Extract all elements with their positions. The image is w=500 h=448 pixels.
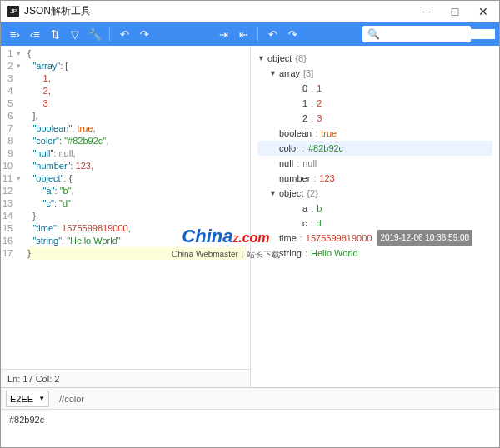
gutter-line: 14 [2,210,21,222]
gutter-line: 10 [2,160,21,172]
gutter-line: 13 [2,197,21,210]
maximize-button[interactable]: □ [441,1,469,22]
gutter-line: 3 [2,72,21,85]
code-editor[interactable]: 1▾2▾34567891011▾121314151617 { "array": … [1,46,250,369]
gutter-line: 7 [2,122,21,135]
tree-row[interactable]: number:123 [258,171,492,186]
indent-right-icon[interactable]: ≡› [6,25,24,43]
gutter-line: 8 [2,135,21,147]
settings-icon[interactable]: 🔧 [86,25,104,43]
code-line[interactable]: ], [28,110,247,122]
tree-row[interactable]: color:#82b92c [258,141,492,156]
gutter-line: 17 [2,247,21,260]
tree-row[interactable]: 2:3 [258,111,492,126]
undo-icon[interactable]: ↶ [115,25,133,43]
tree-row[interactable]: 0:1 [258,81,492,96]
line-gutter: 1▾2▾34567891011▾121314151617 [1,46,24,369]
tree-row[interactable]: a:b [258,201,492,216]
tree-redo-icon[interactable]: ↷ [283,25,302,43]
tree-row[interactable]: ▼object{8} [258,51,492,66]
collapse-icon[interactable]: ⇥ [214,25,232,43]
tree-view-pane[interactable]: ▼object{8}▼array[3]0:11:22:3boolean:true… [251,46,499,387]
code-line[interactable]: "number": 123, [28,160,247,172]
gutter-line: 11▾ [2,172,21,185]
code-line[interactable]: }, [28,210,247,222]
code-line[interactable]: "color": "#82b92c", [28,135,247,147]
code-body[interactable]: { "array": [ 1, 2, 3 ], "boolean": true,… [24,46,250,369]
tree-row[interactable]: ▼object{2} [258,186,492,201]
toolbar: ≡› ‹≡ ⇅ ▽ 🔧 ↶ ↷ ⇥ ⇤ ↶ ↷ 🔍 ▼▲ [1,22,499,46]
sort-icon[interactable]: ⇅ [46,25,64,43]
gutter-line: 15 [2,222,21,235]
code-line[interactable]: "array": [ [28,60,247,72]
code-line[interactable]: 1, [28,72,247,85]
gutter-line: 2▾ [2,60,21,72]
tree-row[interactable]: time:15755998190002019-12-06 10:36:59:00 [258,231,492,246]
query-language-select[interactable]: E2EE▼ [6,391,49,407]
code-line[interactable]: "null": null, [28,147,247,160]
indent-left-icon[interactable]: ‹≡ [26,25,44,43]
tree-undo-icon[interactable]: ↶ [263,25,282,43]
minimize-button[interactable]: ─ [412,1,441,22]
code-line[interactable]: "a": "b", [28,185,247,197]
gutter-line: 16 [2,235,21,247]
tree-row[interactable]: c:d [258,216,492,231]
close-button[interactable]: ✕ [469,1,498,22]
gutter-line: 4 [2,85,21,97]
expand-icon[interactable]: ⇤ [234,25,252,43]
code-line[interactable]: "c": "d" [28,197,247,210]
query-input[interactable] [54,389,499,409]
code-line[interactable]: 2, [28,85,247,97]
tree-row[interactable]: 1:2 [258,96,492,111]
filter-icon[interactable]: ▽ [66,25,84,43]
search-icon: 🔍 [368,28,380,40]
tree-row[interactable]: boolean:true [258,126,492,141]
gutter-line: 1▾ [2,47,21,60]
code-line[interactable]: { [28,47,247,60]
tree-row[interactable]: string:Hello World [258,246,492,261]
gutter-line: 6 [2,110,21,122]
gutter-line: 9 [2,147,21,160]
code-line[interactable]: "time": 1575599819000, [28,222,247,235]
query-panel: E2EE▼ #82b92c [1,387,499,446]
app-icon: JP [8,6,19,17]
tree-row[interactable]: null:null [258,156,492,171]
search-options-icon[interactable]: ▼▲ [478,30,494,39]
status-bar: Ln: 17 Col: 2 [1,369,250,387]
query-result: #82b92c [1,410,499,446]
tree-row[interactable]: ▼array[3] [258,66,492,81]
gutter-line: 12 [2,185,21,197]
titlebar: JP JSON解析工具 ─ □ ✕ [1,1,499,22]
code-line[interactable]: "boolean": true, [28,122,247,135]
code-editor-pane: 1▾2▾34567891011▾121314151617 { "array": … [1,46,251,387]
search-box[interactable]: 🔍 [362,26,471,42]
gutter-line: 5 [2,97,21,110]
code-line[interactable]: "object": { [28,172,247,185]
window-title: JSON解析工具 [24,4,412,18]
code-line[interactable]: 3 [28,97,247,110]
code-line[interactable]: } [28,247,247,260]
code-line[interactable]: "string": "Hello World" [28,235,247,247]
redo-icon[interactable]: ↷ [135,25,153,43]
